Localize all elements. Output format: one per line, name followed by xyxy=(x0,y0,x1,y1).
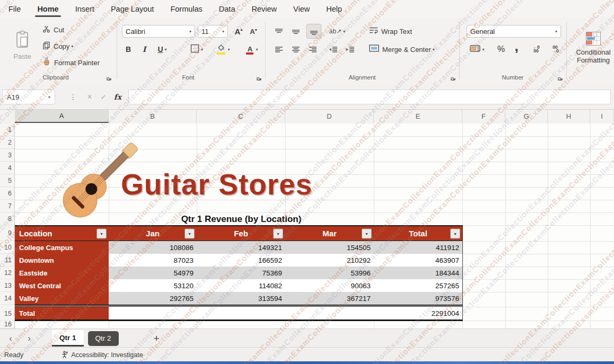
increase-decimal-button[interactable]: ←000 xyxy=(528,43,544,56)
borders-button[interactable]: ▾ xyxy=(187,43,207,56)
value-cell[interactable]: 463907 xyxy=(374,254,462,267)
alignment-dialog-launcher[interactable] xyxy=(450,74,457,80)
name-box[interactable]: A19 ▾ xyxy=(2,90,55,104)
next-sheet-arrow[interactable]: › xyxy=(21,333,37,344)
column-header-A[interactable]: A xyxy=(15,110,109,123)
column-header-H[interactable]: H xyxy=(548,110,590,123)
value-cell[interactable]: 53996 xyxy=(285,267,374,279)
column-header-D[interactable]: D xyxy=(285,110,374,123)
value-cell[interactable]: 90063 xyxy=(285,279,374,292)
empty-cell[interactable] xyxy=(285,307,374,319)
cut-button[interactable]: Cut xyxy=(42,24,64,35)
logo-title[interactable]: Guitar Stores xyxy=(121,167,312,201)
row-header-13[interactable]: 13 xyxy=(0,279,14,292)
accounting-format-button[interactable]: ▾ xyxy=(467,43,488,56)
column-header-I[interactable]: I xyxy=(590,110,614,123)
row-header-5[interactable]: 5 xyxy=(0,174,14,187)
row-header-7[interactable]: 7 xyxy=(0,200,14,212)
italic-button[interactable]: I xyxy=(139,43,150,56)
row-header-6[interactable]: 6 xyxy=(0,187,14,200)
empty-cell[interactable] xyxy=(109,307,197,319)
ribbon-tab-view[interactable]: View xyxy=(292,2,311,16)
ribbon-tab-page-layout[interactable]: Page Layout xyxy=(110,2,155,16)
font-name-combo[interactable]: Calibri▾ xyxy=(122,25,195,38)
value-cell[interactable]: 166592 xyxy=(197,254,285,267)
row-header-8[interactable]: 8 xyxy=(0,212,14,225)
font-color-button[interactable]: A ▾ xyxy=(242,43,262,56)
font-size-combo[interactable]: 11▾ xyxy=(198,25,228,38)
format-painter-button[interactable]: Format Painter xyxy=(42,57,100,68)
filter-dropdown-icon[interactable]: ▾ xyxy=(273,228,283,238)
empty-cell[interactable] xyxy=(197,307,285,319)
comma-style-button[interactable]: , xyxy=(511,40,522,52)
ribbon-tab-file[interactable]: File xyxy=(7,2,22,16)
namebox-menu-dots[interactable]: ⋮ xyxy=(69,90,77,104)
ribbon-tab-formulas[interactable]: Formulas xyxy=(169,2,203,16)
grand-total-cell[interactable]: 2291004 xyxy=(374,307,462,319)
fill-color-button[interactable]: ▾ xyxy=(213,43,233,56)
fx-icon[interactable]: fx xyxy=(111,90,124,104)
row-header-11[interactable]: 11 xyxy=(0,254,14,267)
cancel-icon[interactable]: × xyxy=(84,90,95,104)
column-header-C[interactable]: C xyxy=(197,110,285,123)
paste-button[interactable]: Paste xyxy=(10,23,35,67)
align-center-button[interactable] xyxy=(290,43,302,56)
row-header-2[interactable]: 2 xyxy=(0,136,14,149)
font-dialog-launcher[interactable] xyxy=(256,74,262,80)
decrease-decimal-button[interactable]: 00→0 xyxy=(547,43,563,56)
table-header-total[interactable]: Total▾ xyxy=(374,226,462,241)
value-cell[interactable]: 367217 xyxy=(285,292,374,305)
value-cell[interactable]: 75369 xyxy=(197,267,285,279)
filter-dropdown-icon[interactable]: ▾ xyxy=(97,228,107,238)
clipboard-dialog-launcher[interactable] xyxy=(106,74,112,80)
align-middle-button[interactable] xyxy=(290,25,302,38)
copy-button[interactable]: Copy ▾ xyxy=(42,41,73,51)
sheet-tab-qtr-2[interactable]: Qtr 2 xyxy=(88,331,119,346)
row-header-1[interactable]: 1 xyxy=(0,123,14,136)
align-top-button[interactable] xyxy=(273,25,285,38)
enter-icon[interactable]: ✓ xyxy=(98,90,109,104)
sheet-tab-qtr-1[interactable]: Qtr 1 xyxy=(52,330,84,347)
filter-dropdown-icon[interactable]: ▾ xyxy=(185,228,195,238)
total-label-cell[interactable]: Total xyxy=(15,307,109,319)
location-cell[interactable]: Eastside xyxy=(15,267,109,279)
prev-sheet-arrow[interactable]: ‹ xyxy=(0,333,21,344)
ribbon-tab-data[interactable]: Data xyxy=(218,2,236,16)
value-cell[interactable]: 210292 xyxy=(285,254,374,267)
column-header-B[interactable]: B xyxy=(109,110,197,123)
ribbon-tab-insert[interactable]: Insert xyxy=(74,2,95,16)
column-header-E[interactable]: E xyxy=(374,110,462,123)
wrap-text-button[interactable]: Wrap Text xyxy=(369,25,412,38)
column-header-F[interactable]: F xyxy=(462,110,505,123)
number-dialog-launcher[interactable] xyxy=(557,74,564,80)
new-sheet-button[interactable]: + xyxy=(154,333,160,344)
column-header-G[interactable]: G xyxy=(505,110,548,123)
number-format-combo[interactable]: General▾ xyxy=(467,25,561,38)
value-cell[interactable]: 54979 xyxy=(109,267,197,279)
align-bottom-button[interactable] xyxy=(306,24,321,39)
row-header-12[interactable]: 12 xyxy=(0,267,14,279)
row-header-16[interactable]: 16 xyxy=(0,321,14,329)
decrease-indent-button[interactable] xyxy=(327,43,339,56)
row-header-15[interactable]: 15 xyxy=(0,307,14,321)
value-cell[interactable]: 108086 xyxy=(109,241,197,254)
table-header-feb[interactable]: Feb▾ xyxy=(197,226,285,241)
row-header-10[interactable]: 10 xyxy=(0,241,14,254)
ribbon-tab-home[interactable]: Home xyxy=(36,2,59,16)
increase-font-size-button[interactable]: A▴ xyxy=(232,25,245,38)
increase-indent-button[interactable] xyxy=(344,43,356,56)
table-header-mar[interactable]: Mar▾ xyxy=(285,226,374,241)
row-header-14[interactable]: 14 xyxy=(0,292,14,305)
value-cell[interactable]: 411912 xyxy=(374,241,462,254)
location-cell[interactable]: West Central xyxy=(15,279,109,292)
filter-dropdown-icon[interactable]: ▾ xyxy=(362,228,372,238)
ribbon-tab-help[interactable]: Help xyxy=(325,2,343,16)
location-cell[interactable]: Valley xyxy=(15,292,109,305)
location-cell[interactable]: Downtown xyxy=(15,254,109,267)
formula-input[interactable] xyxy=(128,90,611,104)
decrease-font-size-button[interactable]: A▾ xyxy=(247,25,260,38)
align-left-button[interactable] xyxy=(273,43,285,56)
merge-center-button[interactable]: Merge & Center ▾ xyxy=(369,43,435,56)
row-header-3[interactable]: 3 xyxy=(0,149,14,162)
accessibility-checker[interactable]: Accessibility: Investigate xyxy=(60,351,143,359)
